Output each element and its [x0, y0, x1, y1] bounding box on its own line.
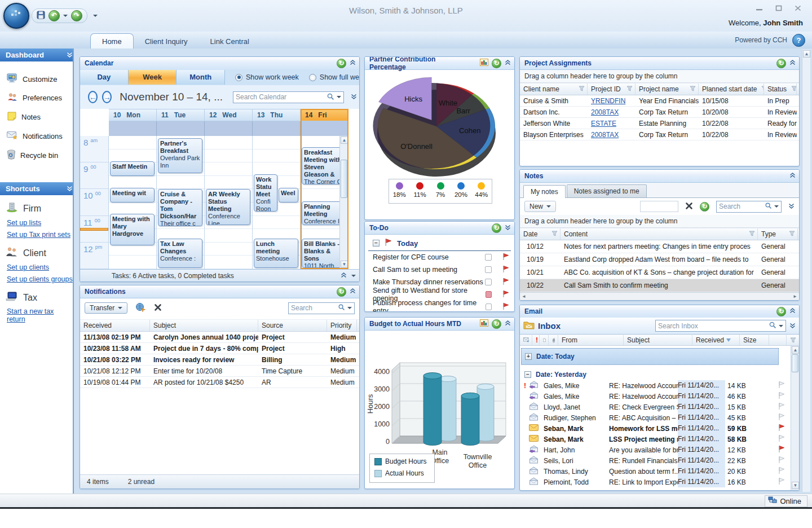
- sidebar-item-notifications[interactable]: Notifications: [0, 127, 73, 146]
- shortcut-link-set-up-tax-print-sets[interactable]: Set up Tax print sets: [0, 228, 73, 240]
- search-options-icon[interactable]: [337, 96, 341, 98]
- flag-icon[interactable]: [502, 253, 510, 262]
- column-date[interactable]: Date: [520, 228, 561, 240]
- scrollbar-thumb[interactable]: [792, 354, 798, 372]
- todo-item[interactable]: Register for CPE course: [365, 251, 514, 263]
- search-icon[interactable]: [326, 93, 334, 102]
- inbox-search-input[interactable]: [657, 322, 766, 331]
- notes-search-input[interactable]: [718, 202, 762, 211]
- search-icon[interactable]: [338, 303, 345, 313]
- notes-hscrollbar[interactable]: ◄►: [520, 292, 799, 300]
- group-by-hint[interactable]: Drag a column header here to group by th…: [520, 215, 799, 228]
- flag-red-icon[interactable]: [778, 424, 790, 433]
- shortcut-link-start-a-new-tax-return[interactable]: Start a new tax return: [0, 305, 73, 325]
- calendar-event[interactable]: Cruise & Company - Tom Dickson/HarTheir …: [158, 189, 202, 226]
- note-row[interactable]: 10/22Call Sam Smith to confirm meetingGe…: [520, 279, 799, 292]
- chevron-down-icon[interactable]: [788, 203, 795, 210]
- todo-group-header[interactable]: − Today: [368, 236, 511, 251]
- scrollbar-thumb[interactable]: [341, 160, 347, 198]
- collapse-icon[interactable]: [789, 172, 796, 180]
- email-row[interactable]: Gales, MikeRE: Hazelwood AccountFri 11/1…: [520, 391, 790, 402]
- calendar-view-week[interactable]: Week: [129, 70, 177, 85]
- day-header-tue[interactable]: 11Tue: [157, 109, 205, 121]
- next-week-icon[interactable]: →: [102, 91, 112, 103]
- column-source[interactable]: Source: [258, 320, 327, 331]
- notifications-search[interactable]: [288, 302, 355, 314]
- project-id-link[interactable]: 2008TAX: [591, 131, 619, 139]
- notes-tab-notes-assigned-to-me[interactable]: Notes assigned to me: [567, 184, 647, 197]
- item-type-column-icon[interactable]: [540, 335, 549, 345]
- flag-outline-icon[interactable]: [778, 381, 790, 390]
- delete-icon[interactable]: [685, 202, 693, 212]
- collapse-icon[interactable]: [341, 272, 347, 280]
- notes-filter-input[interactable]: [640, 201, 678, 212]
- filter-icon[interactable]: [626, 85, 633, 93]
- importance-column-icon[interactable]: !: [532, 335, 540, 345]
- flag-outline-icon[interactable]: [778, 402, 790, 412]
- refresh-icon[interactable]: ↻: [700, 202, 709, 212]
- collapse-group-icon[interactable]: −: [524, 371, 531, 378]
- calendar-search-input[interactable]: [235, 93, 324, 102]
- inbox-search[interactable]: [655, 320, 786, 332]
- project-row[interactable]: Blayson Enterprises2008TAXCorp Tax Retur…: [520, 129, 799, 140]
- flag-outline-icon[interactable]: [778, 477, 790, 487]
- transfer-to-portal-icon[interactable]: [135, 302, 146, 314]
- filter-icon[interactable]: [579, 85, 585, 93]
- scroll-down-icon[interactable]: ▼: [341, 261, 348, 268]
- notification-row[interactable]: 10/19/08 01:44 PMAR posted for 10/21/08 …: [80, 377, 359, 388]
- column-content[interactable]: Content: [561, 228, 758, 240]
- todo-checkbox[interactable]: [486, 291, 492, 298]
- scroll-right-icon[interactable]: ►: [793, 294, 797, 299]
- radio-show-full-we[interactable]: Show full we: [309, 73, 359, 81]
- search-options-icon[interactable]: [347, 307, 352, 309]
- column-client-name[interactable]: Client name: [520, 83, 588, 95]
- refresh-icon[interactable]: ↻: [337, 59, 346, 68]
- project-row[interactable]: Dartson Inc.2008TAXCorp Tax Return10/20/…: [520, 107, 799, 118]
- column-subject[interactable]: Subject: [150, 320, 258, 331]
- flag-icon[interactable]: [502, 265, 510, 275]
- project-id-link[interactable]: YRENDFIN: [591, 97, 625, 105]
- expand-group-icon[interactable]: +: [525, 353, 532, 360]
- tasks-summary-bar[interactable]: Tasks: 6 Active tasks, 0 Completed tasks: [80, 269, 359, 281]
- refresh-icon[interactable]: ↻: [337, 287, 346, 297]
- restore-button[interactable]: [771, 4, 786, 12]
- calendar-event[interactable]: AR Weekly Status MeetingConference Line,: [206, 189, 250, 225]
- allday-cell[interactable]: [205, 121, 253, 136]
- column-from[interactable]: From: [558, 335, 624, 345]
- refresh-icon[interactable]: ↻: [776, 59, 786, 68]
- help-icon[interactable]: ?: [792, 34, 805, 47]
- flag-icon[interactable]: [502, 302, 510, 312]
- email-row[interactable]: Seban, MarkLSS Project meeting mi...Fri …: [520, 434, 790, 445]
- refresh-icon[interactable]: ↻: [776, 307, 786, 316]
- search-options-icon[interactable]: [774, 205, 779, 208]
- project-row[interactable]: Cruise & SmithYRENDFINYear End Financial…: [520, 95, 799, 107]
- column-project-id[interactable]: Project ID: [588, 83, 636, 95]
- refresh-icon[interactable]: ↻: [492, 319, 501, 329]
- filter-icon[interactable]: [791, 85, 797, 93]
- email-row[interactable]: !Gales, MikeRE: Hazelwood AccountFri 11/…: [520, 380, 790, 391]
- email-row[interactable]: Rudiger, StephenRE: ABC Acquisition – n.…: [520, 412, 790, 423]
- scroll-down-icon[interactable]: ▼: [792, 482, 799, 489]
- workspace-scrollbar[interactable]: ▲: [802, 50, 810, 492]
- email-row[interactable]: Seban, MarkHomework for LSS me...Fri 11/…: [520, 423, 790, 434]
- refresh-icon[interactable]: ↻: [492, 59, 501, 68]
- day-header-fri[interactable]: 14Fri: [301, 109, 348, 121]
- flag-outline-icon[interactable]: [778, 413, 790, 423]
- scroll-left-icon[interactable]: ◄: [522, 294, 526, 299]
- search-options-icon[interactable]: [779, 325, 783, 327]
- notification-row[interactable]: 10/23/08 11:58 AMProject due in 7 days -…: [80, 343, 359, 354]
- sort-by-envelope-icon[interactable]: [520, 335, 532, 345]
- todo-checkbox[interactable]: [485, 254, 492, 261]
- collapse-icon[interactable]: [350, 59, 356, 67]
- transfer-button[interactable]: Transfer: [85, 302, 127, 314]
- radio-show-work-week[interactable]: Show work week: [235, 73, 299, 81]
- calendar-event[interactable]: Partner's BreakfastOverland Park Inn: [158, 138, 202, 173]
- tab-home[interactable]: Home: [90, 33, 134, 49]
- expand-icon[interactable]: [505, 224, 511, 232]
- filter-icon[interactable]: [749, 230, 755, 238]
- radio-icon[interactable]: [235, 74, 242, 81]
- column-status[interactable]: Status: [764, 83, 797, 95]
- tab-link-central[interactable]: Link Central: [199, 34, 261, 49]
- delete-icon[interactable]: [154, 303, 162, 313]
- filter-icon[interactable]: [789, 230, 795, 238]
